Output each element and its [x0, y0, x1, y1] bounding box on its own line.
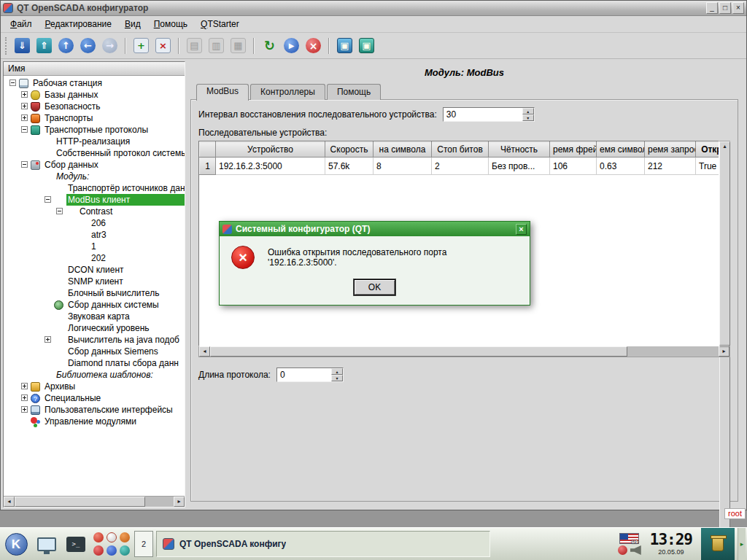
quick-launch-icon[interactable]	[107, 545, 117, 556]
minimize-button[interactable]: _	[706, 2, 718, 14]
trash-applet[interactable]	[701, 528, 735, 560]
kmenu-button[interactable]: K	[1, 529, 31, 559]
quick-launch-icon[interactable]	[120, 532, 130, 542]
clock[interactable]: 13:29 20.05.09	[644, 532, 698, 556]
tree-item-template-lib[interactable]: Библиотека шаблонов:	[4, 369, 185, 381]
tree-item-transporter[interactable]: Транспортёр источников дан	[4, 182, 185, 194]
tree-item-atr3[interactable]: atr3	[4, 229, 185, 241]
cell-open-combo[interactable]: True ▾	[696, 158, 720, 175]
collapse-icon[interactable]	[9, 79, 16, 86]
protocol-length-spinbox[interactable]: 0 ▴ ▾	[276, 368, 344, 382]
tab-modbus[interactable]: ModBus	[196, 84, 249, 101]
cell-reqtime[interactable]: 212	[645, 158, 696, 175]
start-button[interactable]: ▶	[282, 36, 301, 55]
task-button[interactable]: QT OpenSCADA конфигу	[156, 531, 490, 557]
tree-item-contrast[interactable]: Contrast	[4, 206, 185, 217]
copy-button[interactable]: ▤	[185, 36, 204, 55]
tree-item-system-daq[interactable]: Сбор данных системы	[4, 299, 185, 311]
tree-column-header[interactable]: Имя	[4, 62, 185, 76]
scrollbar-thumb[interactable]	[210, 346, 627, 357]
paste-button[interactable]: ▦	[228, 36, 248, 55]
maximize-button[interactable]: □	[719, 2, 731, 14]
tree-item-transports[interactable]: Транспорты	[4, 112, 185, 124]
table-vertical-scrollbar[interactable]: ▴ ▾	[719, 141, 730, 346]
desktop-pager[interactable]: 2	[134, 531, 153, 557]
tree-item-202[interactable]: 202	[4, 252, 185, 264]
tab-controllers[interactable]: Контроллеры	[250, 84, 325, 100]
col-speed[interactable]: Скорость	[325, 142, 374, 158]
qt-config-button[interactable]: ▣	[335, 36, 355, 55]
tree-item-module-management[interactable]: Управление модулями	[4, 416, 185, 427]
col-open[interactable]: Открыт	[696, 142, 720, 158]
collapse-icon[interactable]	[21, 126, 28, 133]
expand-icon[interactable]	[44, 336, 51, 343]
cell-chartime[interactable]: 0.63	[597, 158, 645, 175]
terminal-button[interactable]: >_	[63, 531, 89, 557]
keyboard-layout-flag-icon[interactable]: us	[619, 533, 639, 544]
cell-frametime[interactable]: 106	[550, 158, 597, 175]
scrollbar-thumb[interactable]	[719, 346, 729, 347]
tree-item-logic-level[interactable]: Логический уровень	[4, 322, 185, 334]
collapse-icon[interactable]	[44, 196, 51, 203]
protocol-length-value[interactable]: 0	[277, 368, 331, 381]
spin-up-icon[interactable]: ▴	[331, 368, 343, 375]
tree-item-user-interfaces[interactable]: Пользовательские интерфейсы	[4, 404, 185, 416]
save-button[interactable]: ⇑	[34, 36, 54, 55]
expand-icon[interactable]	[21, 406, 28, 413]
back-button[interactable]: ←	[78, 36, 98, 55]
cell-stopbits[interactable]: 2	[432, 158, 489, 175]
scrollbar-thumb[interactable]	[15, 497, 145, 507]
expand-icon[interactable]	[21, 394, 28, 401]
tree-item-soundcard[interactable]: Звуковая карта	[4, 311, 185, 322]
tree-item-dcon[interactable]: DCON клиент	[4, 264, 185, 276]
scroll-left-icon[interactable]: ◂	[4, 497, 15, 507]
menu-qtstarter[interactable]: QTStarter	[194, 17, 246, 31]
menu-file[interactable]: Файл	[4, 17, 39, 31]
cell-charlen[interactable]: 8	[374, 158, 432, 175]
expand-icon[interactable]	[21, 383, 28, 389]
tree-item-selfprotocol[interactable]: Собственный протокол системы	[4, 147, 185, 159]
tree-item-databases[interactable]: Базы данных	[4, 89, 185, 101]
dialog-titlebar[interactable]: Системный конфигуратор (QT) ×	[220, 222, 530, 236]
quick-launch-icon[interactable]	[93, 532, 104, 542]
tree-item-module-group[interactable]: Модуль:	[4, 171, 185, 182]
collapse-icon[interactable]	[21, 161, 28, 168]
tab-help[interactable]: Помощь	[327, 84, 381, 100]
scroll-up-icon[interactable]: ▴	[719, 141, 730, 346]
scroll-right-icon[interactable]: ▸	[174, 497, 185, 507]
tree-item-modbus-client[interactable]: ModBus клиент	[4, 194, 185, 206]
tree-item-diamond[interactable]: Diamond платы сбора данн	[4, 357, 185, 369]
tree-item-http[interactable]: HTTP-реализация	[4, 136, 185, 147]
tree-item-siemens[interactable]: Сбор данных Siemens	[4, 346, 185, 357]
root-window-label[interactable]: root	[724, 508, 746, 519]
cell-device[interactable]: 192.16.2.3:5000	[216, 158, 325, 175]
toolbar-handle[interactable]	[5, 37, 8, 55]
col-frametime[interactable]: ремя фрейм	[550, 142, 597, 158]
panel-hide-button[interactable]: ▸	[738, 528, 746, 560]
menu-view[interactable]: Вид	[118, 17, 147, 31]
collapse-icon[interactable]	[56, 208, 63, 214]
show-desktop-button[interactable]	[34, 531, 60, 557]
col-reqtime[interactable]: ремя запрос	[645, 142, 696, 158]
tree-item-daq[interactable]: Сбор данных	[4, 159, 185, 171]
table-horizontal-scrollbar[interactable]: ◂ ▸	[198, 346, 730, 357]
refresh-button[interactable]: ↻	[260, 36, 279, 55]
spin-down-icon[interactable]: ▾	[522, 114, 534, 121]
expand-icon[interactable]	[21, 103, 28, 109]
scroll-right-icon[interactable]: ▸	[719, 346, 729, 357]
expand-icon[interactable]	[21, 91, 28, 98]
tree-item-special[interactable]: Специальные	[4, 392, 185, 404]
volume-icon[interactable]	[630, 545, 641, 555]
stop-button[interactable]: ×	[303, 36, 323, 55]
remove-item-button[interactable]: ×	[153, 36, 173, 55]
spin-up-icon[interactable]: ▴	[522, 108, 534, 114]
menu-help[interactable]: Помощь	[147, 17, 194, 31]
menu-edit[interactable]: Редактирование	[39, 17, 118, 31]
cut-button[interactable]: ▥	[206, 36, 226, 55]
scroll-left-icon[interactable]: ◂	[199, 346, 210, 357]
spin-down-icon[interactable]: ▾	[331, 375, 343, 381]
col-stopbits[interactable]: Стоп битов	[432, 142, 489, 158]
close-button[interactable]: ×	[732, 2, 744, 14]
up-button[interactable]: ↑	[56, 36, 76, 55]
add-item-button[interactable]: +	[131, 36, 151, 55]
